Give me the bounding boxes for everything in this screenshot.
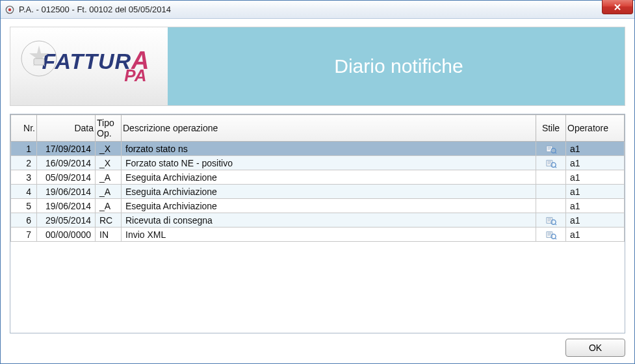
page-title: Diario notifiche [173,27,625,105]
col-header-desc[interactable]: Descrizione operazione [122,115,536,142]
col-header-stile[interactable]: Stile [536,115,566,142]
cell-tipo: IN [96,228,122,242]
notifications-table: Nr. Data Tipo Op. Descrizione operazione… [10,114,625,242]
cell-data: 19/06/2014 [37,199,96,213]
cell-tipo: _A [96,170,122,185]
dialog-footer: OK [10,333,625,357]
svg-point-1 [8,8,11,10]
cell-desc: forzato stato ns [122,142,536,156]
document-search-icon[interactable] [545,143,557,153]
cell-desc: Invio XML [122,228,536,242]
cell-nr: 7 [11,228,37,242]
logo-panel: FATTURA PA [10,27,173,105]
cell-tipo: RC [96,213,122,228]
app-icon [5,5,15,15]
svg-line-5 [554,152,556,153]
svg-line-7 [554,166,556,168]
cell-data: 17/09/2014 [37,142,96,156]
cell-tipo: _A [96,199,122,213]
cell-nr: 1 [11,142,37,156]
svg-rect-3 [34,58,44,65]
header-band: FATTURA PA Diario notifiche [10,27,625,106]
cell-desc: Ricevuta di consegna [122,213,536,228]
cell-stile [536,170,566,185]
cell-tipo: _A [96,185,122,199]
cell-desc: Eseguita Archiviazione [122,199,536,213]
col-header-oper[interactable]: Operatore [566,115,625,142]
cell-desc: Forzato stato NE - positivo [122,156,536,170]
cell-data: 05/09/2014 [37,170,96,185]
cell-nr: 3 [11,170,37,185]
cell-nr: 6 [11,213,37,228]
cell-oper: a1 [566,228,625,242]
cell-desc: Eseguita Archiviazione [122,185,536,199]
dialog-window: P.A. - 012500 - Ft. 00102 del 05/05/2014… [0,0,635,364]
window-title: P.A. - 012500 - Ft. 00102 del 05/05/2014 [19,5,171,14]
cell-nr: 4 [11,185,37,199]
document-search-icon[interactable] [545,229,557,239]
table-header-row: Nr. Data Tipo Op. Descrizione operazione… [11,115,625,142]
document-search-icon[interactable] [545,157,557,168]
emblem-icon [19,39,58,78]
cell-oper: a1 [566,156,625,170]
cell-data: 29/05/2014 [37,213,96,228]
cell-nr: 2 [11,156,37,170]
cell-oper: a1 [566,213,625,228]
ok-button[interactable]: OK [565,339,625,357]
cell-data: 00/00/0000 [37,228,96,242]
col-header-nr[interactable]: Nr. [11,115,37,142]
cell-tipo: _X [96,156,122,170]
cell-stile[interactable] [536,213,566,228]
svg-line-9 [554,224,556,225]
cell-nr: 5 [11,199,37,213]
cell-stile [536,199,566,213]
cell-stile [536,185,566,199]
table-container[interactable]: Nr. Data Tipo Op. Descrizione operazione… [10,114,625,333]
cell-stile[interactable] [536,156,566,170]
svg-line-11 [554,238,556,239]
table-row[interactable]: 419/06/2014_AEseguita Archiviazionea1 [11,185,625,199]
cell-desc: Eseguita Archiviazione [122,170,536,185]
client-area: FATTURA PA Diario notifiche Nr. Data Tip… [1,19,634,363]
cell-stile[interactable] [536,142,566,156]
col-header-tipo[interactable]: Tipo Op. [96,115,122,142]
table-row[interactable]: 117/09/2014_Xforzato stato nsa1 [11,142,625,156]
cell-data: 16/09/2014 [37,156,96,170]
cell-oper: a1 [566,185,625,199]
table-row[interactable]: 519/06/2014_AEseguita Archiviazionea1 [11,199,625,213]
cell-data: 19/06/2014 [37,185,96,199]
table-row[interactable]: 700/00/0000INInvio XMLa1 [11,228,625,242]
col-header-data[interactable]: Data [37,115,96,142]
cell-tipo: _X [96,142,122,156]
table-row[interactable]: 629/05/2014RCRicevuta di consegnaa1 [11,213,625,228]
cell-oper: a1 [566,199,625,213]
close-button[interactable] [602,0,633,14]
cell-stile[interactable] [536,228,566,242]
document-search-icon[interactable] [545,214,557,225]
table-row[interactable]: 216/09/2014_XForzato stato NE - positivo… [11,156,625,170]
cell-oper: a1 [566,170,625,185]
table-row[interactable]: 305/09/2014_AEseguita Archiviazionea1 [11,170,625,185]
cell-oper: a1 [566,142,625,156]
titlebar[interactable]: P.A. - 012500 - Ft. 00102 del 05/05/2014 [1,1,634,19]
